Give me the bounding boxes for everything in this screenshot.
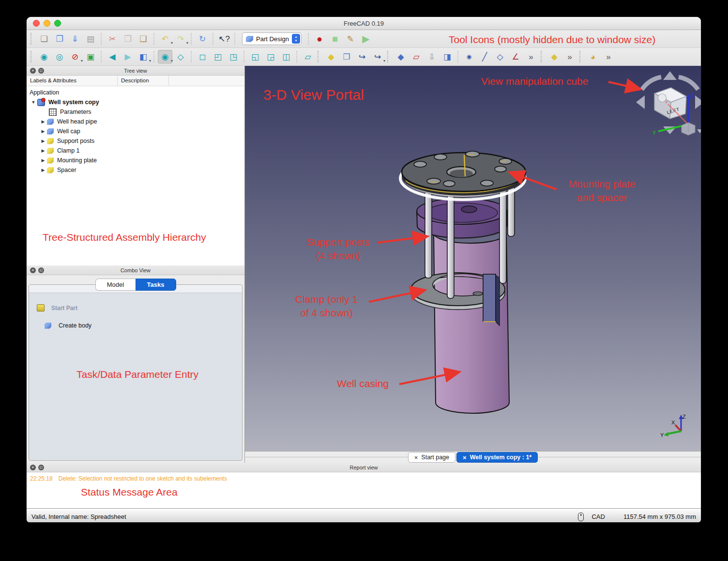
measure-tape-button[interactable]: ◕ bbox=[586, 50, 600, 63]
view-isometric-button[interactable]: ◇ bbox=[173, 50, 188, 63]
navigation-mode[interactable]: CAD bbox=[592, 513, 605, 520]
zoom-selection-button[interactable]: ◎ bbox=[52, 50, 67, 63]
close-panel-icon[interactable]: ✕ bbox=[30, 267, 36, 273]
whats-this-button[interactable]: ↖? bbox=[217, 32, 231, 46]
minimize-window-button[interactable] bbox=[44, 20, 50, 27]
view-right-icon: ◳ bbox=[229, 53, 237, 61]
column-labels-attributes[interactable]: Labels & Attributes bbox=[27, 76, 118, 86]
tree-item-well-cap[interactable]: ▶Well cap bbox=[27, 126, 244, 136]
tree-item-well-system-copy[interactable]: ▼Well system copy bbox=[27, 97, 244, 107]
tree-item-application[interactable]: Application bbox=[27, 88, 244, 97]
expand-arrow-icon[interactable]: ▶ bbox=[39, 148, 47, 153]
3d-viewport[interactable]: LEFT × Z Y bbox=[245, 66, 701, 451]
dropdown-caret-icon[interactable]: ▾ bbox=[81, 59, 83, 63]
close-window-button[interactable] bbox=[33, 20, 40, 27]
view-top-button[interactable]: ◰ bbox=[211, 50, 225, 63]
tab-tasks[interactable]: Tasks bbox=[136, 279, 176, 291]
body-create-button[interactable]: ◆ bbox=[394, 50, 408, 63]
expand-arrow-icon[interactable]: ▶ bbox=[39, 119, 47, 124]
macro-play-button[interactable]: ▶ bbox=[359, 32, 373, 46]
tree-item-clamp-1[interactable]: ▶Clamp 1 bbox=[27, 146, 244, 156]
tab-well-system-copy[interactable]: × Well system copy : 1* bbox=[456, 452, 538, 463]
tree-item-well-head-pipe[interactable]: ▶Well head pipe bbox=[27, 117, 244, 126]
link-make-button[interactable]: ↪ bbox=[355, 50, 369, 63]
sketch-attach-button[interactable]: ⇩ bbox=[425, 50, 439, 63]
macro-stop-button[interactable]: ■ bbox=[328, 32, 342, 46]
sketch-rectangle-button[interactable]: ◇ bbox=[493, 50, 507, 63]
view-front-button[interactable]: ◻ bbox=[195, 50, 210, 63]
save-button[interactable]: ⇓ bbox=[68, 32, 82, 46]
tab-model[interactable]: Model bbox=[95, 279, 136, 291]
expand-arrow-icon[interactable]: ▶ bbox=[39, 168, 47, 172]
close-tab-icon[interactable]: × bbox=[414, 454, 418, 461]
new-file-button[interactable]: ❏ bbox=[37, 32, 51, 46]
redo-button[interactable]: ↷▾ bbox=[173, 32, 188, 46]
link-group-button[interactable]: ↪▾ bbox=[370, 50, 385, 63]
view-rear-button[interactable]: ◱ bbox=[248, 50, 262, 63]
sketch-point-button[interactable]: ◉ bbox=[462, 50, 476, 63]
overflow-measure-button[interactable]: » bbox=[601, 50, 616, 63]
measure-button[interactable]: ▱ bbox=[301, 50, 315, 63]
view-left-button[interactable]: ◫ bbox=[279, 50, 293, 63]
mounting-plate-shape[interactable] bbox=[400, 151, 526, 200]
body-yellow-icon bbox=[47, 157, 54, 164]
nav-back-button[interactable]: ◀ bbox=[105, 50, 120, 63]
group-button[interactable]: ❒ bbox=[339, 50, 354, 63]
set-view-button[interactable]: ◧▾ bbox=[136, 50, 151, 63]
dropdown-caret-icon[interactable]: ▾ bbox=[171, 59, 173, 63]
dropdown-caret-icon[interactable]: ▾ bbox=[383, 59, 385, 63]
float-panel-icon[interactable]: ◱ bbox=[38, 465, 44, 470]
title-bar[interactable]: FreeCAD 0.19 bbox=[27, 17, 701, 30]
print-button[interactable]: ▤ bbox=[83, 32, 98, 46]
overflow-partdesign-button[interactable]: » bbox=[562, 50, 577, 63]
zoom-tools-button[interactable]: ◉▾ bbox=[158, 50, 172, 63]
zoom-window-button[interactable] bbox=[54, 20, 61, 27]
column-description[interactable]: Description bbox=[118, 76, 169, 86]
navigation-cube[interactable]: LEFT × Z Y bbox=[636, 71, 701, 136]
task-group-start-part[interactable]: Start Part bbox=[37, 304, 242, 312]
view-bottom-button[interactable]: ◲ bbox=[263, 50, 278, 63]
pad-button[interactable]: ◆ bbox=[547, 50, 561, 63]
part-create-button[interactable]: ◆ bbox=[324, 50, 338, 63]
tree-item-spacer[interactable]: ▶Spacer bbox=[27, 165, 244, 175]
undo-button[interactable]: ↶▾ bbox=[158, 32, 172, 46]
paste-button[interactable]: ❑ bbox=[136, 32, 151, 46]
refresh-button[interactable]: ↻ bbox=[195, 32, 210, 46]
copy-button[interactable]: ❐ bbox=[121, 32, 135, 46]
nav-forward-button[interactable]: ▶ bbox=[121, 50, 135, 63]
close-tab-icon[interactable]: × bbox=[463, 454, 467, 461]
shapebinder-button[interactable]: ◨ bbox=[440, 50, 455, 63]
macro-record-button[interactable]: ● bbox=[312, 32, 327, 46]
tree-item-parameters[interactable]: Parameters bbox=[27, 107, 244, 117]
close-panel-icon[interactable]: ✕ bbox=[30, 465, 36, 470]
expand-arrow-icon[interactable]: ▶ bbox=[39, 158, 47, 163]
clipping-plane-button[interactable]: ⊘▾ bbox=[68, 50, 82, 63]
sketch-polyline-button[interactable]: ∠ bbox=[508, 50, 523, 63]
report-log[interactable]: 22:25:18 Delete: Selection not restricte… bbox=[27, 472, 701, 508]
workbench-selector[interactable]: Part Design▴▾ bbox=[242, 32, 302, 45]
tree-item-support-posts[interactable]: ▶Support posts bbox=[27, 136, 244, 146]
expand-arrow-icon[interactable]: ▶ bbox=[39, 139, 47, 143]
float-panel-icon[interactable]: ◱ bbox=[38, 267, 44, 273]
box-selection-button[interactable]: ▣ bbox=[83, 50, 98, 63]
expand-arrow-icon[interactable]: ▶ bbox=[39, 129, 47, 134]
sketch-line-button[interactable]: ╱ bbox=[477, 50, 492, 63]
fit-all-button[interactable]: ◉ bbox=[37, 50, 51, 63]
open-file-button[interactable]: ❐ bbox=[52, 32, 67, 46]
view-right-button[interactable]: ◳ bbox=[226, 50, 241, 63]
tree-item-mounting-plate[interactable]: ▶Mounting plate bbox=[27, 156, 244, 165]
float-panel-icon[interactable]: ◱ bbox=[38, 68, 44, 74]
tab-start-page[interactable]: × Start page bbox=[408, 452, 455, 463]
tree-item-label: Support posts bbox=[57, 138, 94, 144]
dropdown-caret-icon[interactable]: ▾ bbox=[149, 59, 151, 63]
macro-edit-button[interactable]: ✎ bbox=[343, 32, 358, 46]
nav-arrow-up-icon bbox=[663, 71, 677, 80]
cut-button[interactable]: ✂ bbox=[105, 32, 120, 46]
task-create-body[interactable]: Create body bbox=[45, 322, 242, 329]
collapse-arrow-icon[interactable]: ▼ bbox=[30, 100, 37, 105]
sketch-create-button[interactable]: ▱ bbox=[409, 50, 424, 63]
dropdown-caret-icon[interactable]: ▾ bbox=[186, 41, 188, 45]
dropdown-caret-icon[interactable]: ▾ bbox=[171, 41, 173, 45]
overflow-sketch-button[interactable]: » bbox=[524, 50, 538, 63]
close-panel-icon[interactable]: ✕ bbox=[30, 68, 36, 74]
